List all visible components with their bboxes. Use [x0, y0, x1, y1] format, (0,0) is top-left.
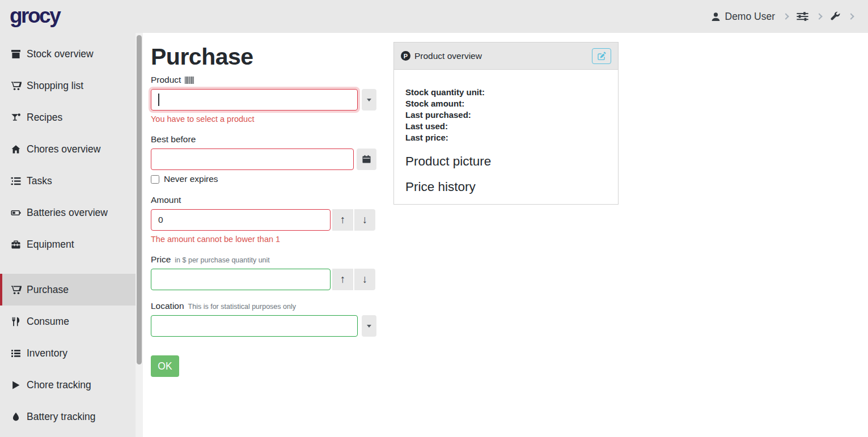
last-purchased-label: Last purchased:	[405, 109, 607, 121]
best-before-group: Best before Never expires	[151, 134, 376, 184]
sidebar-item-consume[interactable]: Consume	[0, 306, 143, 337]
navbar-right: Demo User	[711, 11, 855, 23]
sidebar-section-divider	[0, 260, 143, 274]
last-price-label: Last price:	[405, 132, 607, 143]
calendar-icon	[362, 155, 371, 164]
price-decrement-button[interactable]: ↓	[354, 269, 375, 290]
price-hint: in $ per purchase quantity unit	[175, 256, 269, 264]
cocktail-icon	[10, 113, 22, 122]
ok-button[interactable]: OK	[151, 355, 179, 377]
card-body: Stock quantity unit: Stock amount: Last …	[394, 70, 618, 194]
product-dropdown-button[interactable]	[362, 89, 376, 111]
sidebar-item-stock-overview[interactable]: Stock overview	[0, 38, 143, 70]
sidebar-item-purchase[interactable]: Purchase	[0, 274, 143, 306]
card-title: Product overview	[414, 51, 482, 61]
user-menu[interactable]: Demo User	[711, 11, 776, 23]
chevron-right-icon	[782, 13, 789, 19]
chevron-right-icon	[848, 13, 854, 19]
scrollbar-thumb[interactable]	[137, 35, 142, 364]
last-used-label: Last used:	[405, 121, 607, 132]
product-group: Product You have to select a product	[151, 75, 376, 124]
sidebar-item-recipes[interactable]: Recipes	[0, 101, 143, 133]
play-icon	[10, 380, 22, 390]
location-dropdown-button[interactable]	[362, 315, 376, 337]
location-hint: This is for statistical purposes only	[188, 303, 296, 311]
sidebar-item-batteries-overview[interactable]: Batteries overview	[0, 197, 143, 228]
sidebar-item-battery-tracking[interactable]: Battery tracking	[0, 401, 143, 432]
product-overview-card: P Product overview Stock quantity unit: …	[393, 42, 619, 205]
arrow-down-icon: ↓	[362, 214, 368, 226]
caret-down-icon	[367, 325, 371, 328]
settings-button[interactable]	[797, 11, 808, 22]
amount-input[interactable]	[151, 209, 331, 231]
sidebar-scrollbar[interactable]	[136, 33, 143, 437]
amount-increment-button[interactable]: ↑	[332, 209, 353, 231]
sidebar-item-chore-tracking[interactable]: Chore tracking	[0, 369, 143, 401]
price-group: Price in $ per purchase quantity unit ↑ …	[151, 254, 376, 290]
admin-button[interactable]	[830, 11, 840, 22]
amount-decrement-button[interactable]: ↓	[354, 209, 375, 231]
arrow-down-icon: ↓	[362, 273, 368, 286]
top-navbar: grocy Demo User	[0, 0, 868, 33]
best-before-input[interactable]	[151, 149, 354, 170]
stock-quantity-unit-label: Stock quantity unit:	[405, 87, 607, 98]
location-group: Location This is for statistical purpose…	[151, 301, 376, 337]
price-increment-button[interactable]: ↑	[332, 269, 353, 290]
product-input[interactable]	[151, 89, 358, 111]
edit-pencil-square-icon	[597, 52, 606, 61]
stock-amount-label: Stock amount:	[405, 98, 607, 109]
list-icon	[10, 349, 22, 358]
shopping-cart-icon	[10, 285, 22, 295]
chevron-right-icon	[816, 13, 822, 19]
wrench-icon	[830, 11, 840, 22]
product-error: You have to select a product	[151, 114, 376, 124]
droplet-icon	[10, 412, 22, 422]
home-icon	[10, 145, 22, 154]
battery-icon	[10, 208, 22, 218]
utensils-icon	[10, 317, 22, 326]
edit-product-button[interactable]	[592, 48, 611, 64]
best-before-label: Best before	[151, 134, 196, 145]
box-icon	[10, 49, 22, 59]
user-icon	[711, 12, 721, 22]
location-label: Location	[151, 301, 184, 311]
sliders-icon	[797, 11, 808, 22]
toolbox-icon	[10, 240, 22, 249]
user-menu-label: Demo User	[725, 11, 776, 23]
amount-group: Amount ↑ ↓ The amount cannot be lower th…	[151, 195, 376, 244]
arrow-up-icon: ↑	[340, 214, 346, 226]
never-expires-label: Never expires	[164, 174, 218, 184]
page-title: Purchase	[151, 44, 404, 69]
text-cursor	[158, 94, 159, 106]
shopping-cart-icon	[10, 81, 22, 91]
caret-down-icon	[367, 99, 371, 101]
price-history-heading: Price history	[405, 180, 607, 194]
sidebar-item-chores-overview[interactable]: Chores overview	[0, 133, 143, 165]
card-header: P Product overview	[394, 43, 618, 70]
never-expires-row[interactable]: Never expires	[151, 174, 376, 184]
sidebar-item-equipment[interactable]: Equipment	[0, 228, 143, 260]
price-label: Price	[151, 254, 171, 265]
amount-error: The amount cannot be lower than 1	[151, 235, 376, 244]
tasks-icon	[10, 176, 22, 186]
never-expires-checkbox[interactable]	[151, 175, 159, 184]
barcode-icon	[185, 77, 194, 84]
calendar-button[interactable]	[357, 149, 376, 170]
product-label: Product	[151, 75, 181, 85]
purchase-form: Product You have to select a product Bes…	[151, 75, 376, 377]
sidebar-item-shopping-list[interactable]: Shopping list	[0, 70, 143, 101]
amount-label: Amount	[151, 195, 181, 205]
arrow-up-icon: ↑	[340, 273, 346, 286]
sidebar-item-tasks[interactable]: Tasks	[0, 165, 143, 197]
grocy-logo[interactable]: grocy	[10, 5, 60, 28]
sidebar: Stock overview Shopping list Recipes Cho…	[0, 33, 143, 437]
price-input[interactable]	[151, 269, 331, 290]
product-picture-heading: Product picture	[405, 154, 607, 169]
purchase-page: Purchase Product You have to select a pr…	[143, 33, 404, 377]
product-circle-icon: P	[401, 51, 410, 61]
location-input[interactable]	[151, 315, 358, 337]
sidebar-item-inventory[interactable]: Inventory	[0, 337, 143, 369]
